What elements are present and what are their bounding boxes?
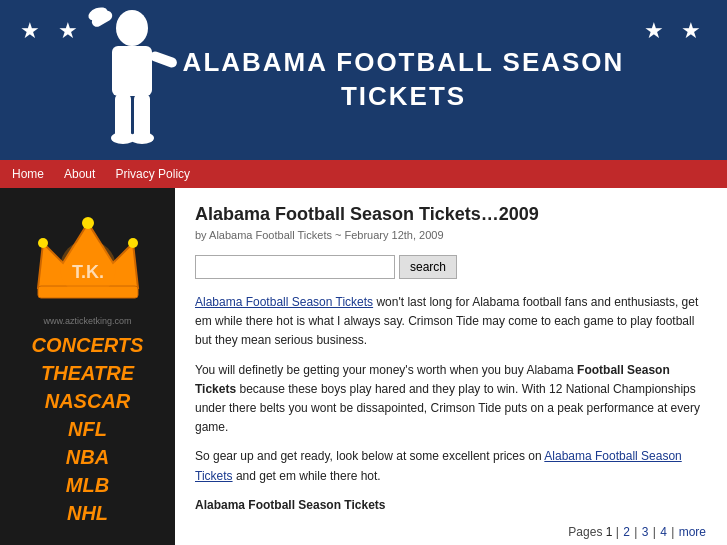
sidebar-nfl[interactable]: NFL [68,416,107,442]
header: ★ ★ ★ ★ [0,0,727,160]
link-alabama-tickets-1[interactable]: Alabama Football Season Tickets [195,295,373,309]
svg-point-8 [130,132,154,144]
svg-rect-1 [118,28,146,36]
nav-about[interactable]: About [64,167,95,181]
search-bar: search [195,255,707,279]
nav-home[interactable]: Home [12,167,44,181]
svg-point-11 [82,217,94,229]
page-2[interactable]: 2 [623,525,630,539]
header-stars-right: ★ ★ [644,18,708,44]
pagination-sep-2: | [634,525,640,539]
main-layout: T.K. www.azticketking.com CONCERTS THEAT… [0,188,727,545]
para-4-bold: Alabama Football Season Tickets [195,498,386,512]
sidebar-nba[interactable]: NBA [66,444,109,470]
navbar: Home About Privacy Policy [0,160,727,188]
para-3-text-b: and get em while there hot. [236,469,381,483]
paragraph-3: So gear up and get ready, look below at … [195,447,707,485]
pagination-sep-1: | [616,525,622,539]
page-3[interactable]: 3 [642,525,649,539]
post-body: Alabama Football Season Tickets won't la… [195,293,707,515]
search-button[interactable]: search [399,255,457,279]
nav-privacy[interactable]: Privacy Policy [115,167,190,181]
sidebar-logo: T.K. [23,198,153,308]
pagination-more[interactable]: more [679,525,706,539]
page-1[interactable]: 1 [606,525,613,539]
pagination: Pages 1 | 2 | 3 | 4 | more [195,525,707,539]
sidebar: T.K. www.azticketking.com CONCERTS THEAT… [0,188,175,545]
para-3-text-a: So gear up and get ready, look below at … [195,449,544,463]
sidebar-links: CONCERTS THEATRE NASCAR NFL NBA MLB NHL [32,332,144,526]
sidebar-theatre[interactable]: THEATRE [41,360,134,386]
sidebar-nhl[interactable]: NHL [67,500,108,526]
content-area: Alabama Football Season Tickets…2009 by … [175,188,727,545]
svg-rect-4 [149,50,179,69]
sidebar-nascar[interactable]: NASCAR [45,388,131,414]
sidebar-mlb[interactable]: MLB [66,472,109,498]
post-title: Alabama Football Season Tickets…2009 [195,204,707,225]
post-meta: by Alabama Football Tickets ~ February 1… [195,229,707,241]
svg-point-13 [128,238,138,248]
svg-point-12 [38,238,48,248]
page-4[interactable]: 4 [660,525,667,539]
player-silhouette [60,0,190,160]
paragraph-2: You will definetly be getting your money… [195,361,707,438]
svg-point-16 [60,240,116,296]
svg-rect-2 [112,46,152,96]
pagination-sep-3: | [653,525,659,539]
para-2-text-b: because these boys play hared and they p… [195,382,700,434]
paragraph-1: Alabama Football Season Tickets won't la… [195,293,707,351]
sidebar-concerts[interactable]: CONCERTS [32,332,144,358]
pagination-label: Pages [568,525,605,539]
pagination-sep-4: | [671,525,677,539]
paragraph-4: Alabama Football Season Tickets [195,496,707,515]
sidebar-site-url: www.azticketking.com [43,316,131,326]
para-2-text-a: You will definetly be getting your money… [195,363,577,377]
search-input[interactable] [195,255,395,279]
header-title: ALABAMA FOOTBALL SEASON TICKETS [183,46,625,114]
